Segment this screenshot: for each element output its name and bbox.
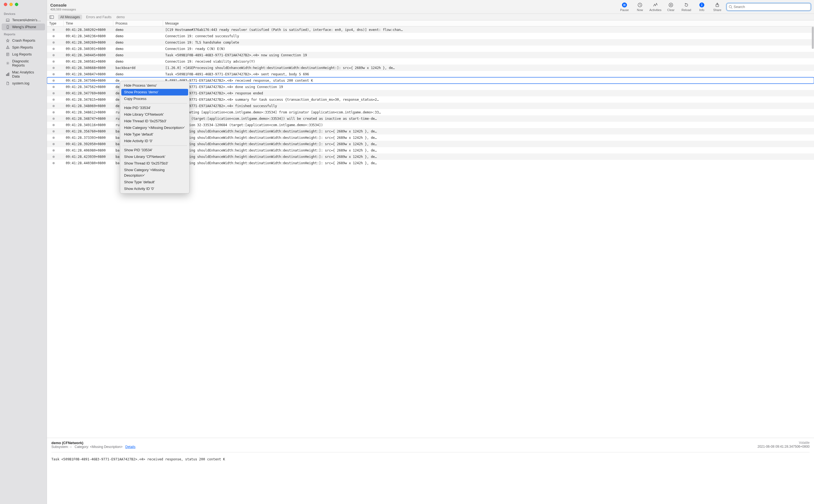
context-menu-item[interactable]: Copy Process [120,96,189,102]
sidebar-device-0[interactable]: TencentAdmin's… [2,17,45,23]
phone-icon [6,25,10,29]
reload-button[interactable]: Reload [680,2,693,12]
row-message: B-4891-46B3-9771-E971AA7427B2>.<4> recei… [163,79,814,83]
share-button[interactable]: Share [711,2,723,12]
now-label: Now [637,8,643,12]
context-menu-item[interactable]: Show Activity ID '0' [120,185,189,192]
now-button[interactable]: Now [634,2,646,12]
sidebar-item-label: Crash Reports [12,38,35,43]
type-dot-icon [52,149,55,152]
context-menu: Hide Process 'demo'Show Process 'demo'Co… [120,81,189,193]
column-header-time[interactable]: Time [63,20,113,26]
context-menu-item[interactable]: Hide Activity ID '0' [120,138,189,144]
sidebar-item-label: system.log [12,81,29,85]
row-message: Task <509B1F0B-4891-46B3-9771-E971AA7427… [163,72,814,76]
table-row[interactable]: 09:41:28.340668+0800backboardd [1.26.0] … [47,65,814,71]
clear-button[interactable]: Clear [665,2,677,12]
table-row[interactable]: 09:41:28.340445+0800demoTask <509B1F0B-4… [47,52,814,58]
sidebar-report-2[interactable]: Log Reports [2,51,45,58]
svg-rect-23 [702,4,702,6]
column-header-process[interactable]: Process [113,20,163,26]
type-dot-icon [52,118,55,120]
log-table[interactable]: 09:41:28.340202+0800demo[C19 Hostname#37… [47,26,814,438]
vertical-scrollbar[interactable] [812,27,814,49]
row-type-indicator [47,124,63,126]
column-header-type[interactable]: Type [47,20,63,26]
pause-button[interactable]: Pause [619,2,631,12]
row-message: B-4891-46B3-9771-E971AA7427B2>.<4> summa… [163,98,814,102]
row-process: demo [113,53,163,57]
row-type-indicator [47,67,63,69]
sidebar-report-3[interactable]: Diagnostic Reports [2,58,45,69]
row-type-indicator [47,130,63,132]
context-menu-item[interactable]: Show Library 'CFNetwork' [120,153,189,160]
context-menu-item[interactable]: Show Category '<Missing Description>' [120,167,189,179]
row-type-indicator [47,79,63,82]
row-type-indicator [47,162,63,164]
context-menu-item[interactable]: Show Thread ID '0x2575b3' [120,160,189,167]
table-row[interactable]: 09:41:28.340269+0800demoConnection 19: T… [47,39,814,46]
type-dot-icon [52,105,55,107]
log-icon [6,52,10,56]
table-header: Type Time Process Message [47,20,814,26]
type-dot-icon [52,54,55,56]
sidebar-report-5[interactable]: system.log [2,80,45,87]
minimize-window-button[interactable] [9,3,13,6]
row-process: demo [113,34,163,38]
context-menu-item[interactable]: Hide Thread ID '0x2575b3' [120,118,189,124]
svg-point-27 [729,5,732,8]
row-time: 09:41:28.340236+0800 [63,34,113,38]
row-time: 09:41:28.340202+0800 [63,28,113,32]
table-row[interactable]: 09:41:28.340581+0800demoConnection 19: r… [47,58,814,65]
svg-point-6 [7,48,8,48]
row-time: 09:41:28.440380+0800 [63,161,113,165]
type-dot-icon [52,29,55,31]
filter-errors-faults[interactable]: Errors and Faults [85,15,112,20]
row-process: demo [113,60,163,63]
analytics-icon [6,72,10,76]
sidebar-heading-devices: Devices [0,10,47,17]
sidebar-device-1[interactable]: Weng's iPhone [2,23,45,30]
type-dot-icon [52,124,55,126]
type-dot-icon [52,162,55,164]
close-window-button[interactable] [4,3,7,6]
column-header-message[interactable]: Message [163,20,814,26]
svg-point-15 [622,2,627,7]
sidebar-report-1[interactable]: Spin Reports [2,44,45,51]
row-time: 09:41:28.392050+0800 [63,142,113,146]
row-time: 09:41:28.340269+0800 [63,41,113,44]
activities-button[interactable]: Activities [649,2,662,12]
table-row[interactable]: 09:41:28.340847+0800demoTask <509B1F0B-4… [47,71,814,77]
sidebar-item-label: Spin Reports [12,45,33,49]
filter-all-messages[interactable]: All Messages [58,15,82,20]
table-row[interactable]: 09:41:28.340301+0800demoConnection 19: r… [47,46,814,52]
row-time: 09:41:28.348612+0800 [63,110,113,114]
context-menu-item[interactable]: Hide Library 'CFNetwork' [120,111,189,118]
context-menu-item[interactable]: Hide Category '<Missing Description>' [120,124,189,131]
svg-rect-17 [625,4,625,6]
row-type-indicator [47,156,63,158]
table-row[interactable]: 09:41:28.340202+0800demo[C19 Hostname#37… [47,26,814,33]
zoom-window-button[interactable] [15,3,18,6]
sidebar-report-4[interactable]: Mac Analytics Data [2,69,45,80]
svg-rect-16 [624,4,624,6]
filter-demo[interactable]: demo [115,15,126,20]
context-menu-item[interactable]: Hide PID '33534' [120,105,189,111]
table-row[interactable]: 09:41:28.340236+0800demoConnection 19: c… [47,33,814,39]
context-menu-item[interactable]: Show Process 'demo' [121,89,188,96]
row-message: sertion targeting [application<com.intlg… [163,110,814,114]
info-button[interactable]: Info [696,2,708,12]
type-dot-icon [52,99,55,101]
context-menu-item[interactable]: Show Type 'default' [120,179,189,185]
sidebar-report-0[interactable]: Crash Reports [2,37,45,44]
context-menu-item[interactable]: Hide Type 'default' [120,131,189,138]
toggle-sidebar-button[interactable] [49,15,55,20]
row-message: B-4891-46B3-9771-E971AA7427B2>.<4> done … [163,85,814,89]
type-dot-icon [52,35,55,37]
detail-details-link[interactable]: Details [125,445,136,449]
context-menu-item[interactable]: Show PID '33534' [120,147,189,153]
search-input[interactable] [734,5,809,9]
context-menu-item[interactable]: Hide Process 'demo' [120,82,189,89]
search-field[interactable] [727,3,811,10]
row-type-indicator [47,149,63,152]
